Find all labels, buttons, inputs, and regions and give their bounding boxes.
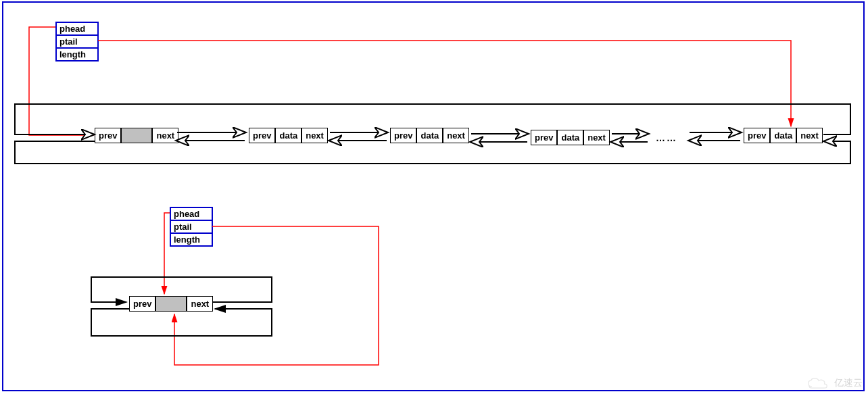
cell-prev: prev	[531, 130, 557, 145]
cell-next: next	[796, 128, 823, 143]
watermark-text: 亿速云	[834, 377, 863, 389]
cell-next: next	[152, 128, 178, 143]
cell-data-empty	[121, 128, 152, 143]
cell-data: data	[275, 128, 302, 143]
single-node: prev next	[129, 296, 213, 312]
node-2: prev data next	[390, 128, 469, 143]
node-last: prev data next	[744, 128, 823, 143]
diagram-frame	[2, 1, 865, 391]
header-phead: phead	[57, 23, 97, 36]
watermark: 亿速云	[806, 376, 863, 390]
cell-prev: prev	[390, 128, 416, 143]
ellipsis: ……	[656, 132, 677, 143]
header-ptail: ptail	[57, 36, 97, 49]
header-ptail: ptail	[171, 221, 212, 234]
node-1: prev data next	[249, 128, 328, 143]
header-length: length	[57, 49, 97, 60]
cell-data-empty	[155, 296, 187, 312]
cell-next: next	[187, 296, 213, 312]
watermark-logo-icon	[806, 376, 830, 390]
header-phead: phead	[171, 208, 212, 221]
cell-next: next	[583, 130, 610, 145]
cell-next: next	[443, 128, 469, 143]
cell-prev: prev	[95, 128, 121, 143]
cell-prev: prev	[129, 296, 155, 312]
list-header-top: phead ptail length	[55, 22, 99, 61]
cell-prev: prev	[744, 128, 770, 143]
cell-data: data	[770, 128, 796, 143]
cell-data: data	[416, 128, 443, 143]
header-length: length	[171, 234, 212, 245]
cell-data: data	[557, 130, 583, 145]
list-header-bottom: phead ptail length	[170, 207, 213, 247]
cell-prev: prev	[249, 128, 275, 143]
node-3: prev data next	[531, 130, 610, 145]
cell-next: next	[302, 128, 328, 143]
sentinel-node: prev next	[95, 128, 178, 143]
